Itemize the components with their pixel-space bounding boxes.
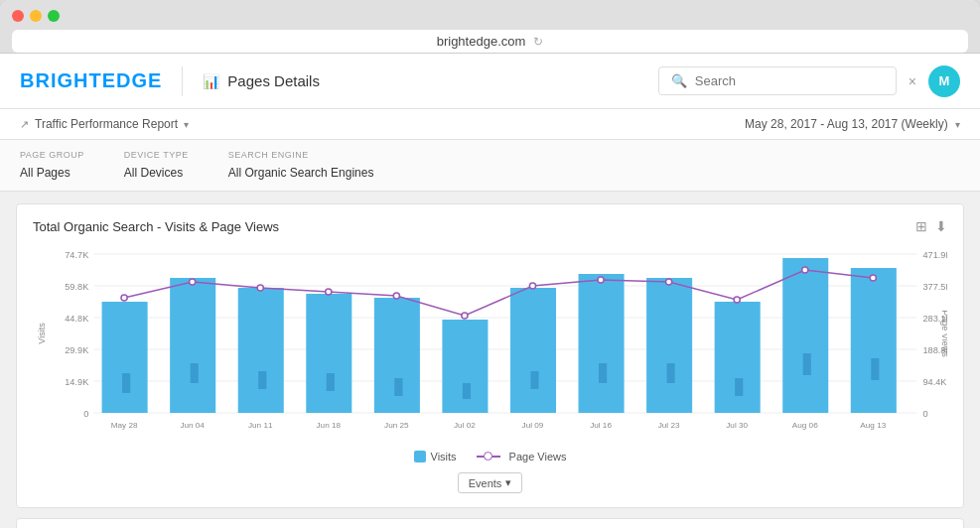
chart-card: Total Organic Search - Visits & Page Vie… bbox=[16, 203, 964, 508]
svg-point-65 bbox=[734, 297, 740, 303]
grid-icon[interactable]: ⊞ bbox=[915, 218, 927, 234]
svg-rect-44 bbox=[646, 278, 692, 413]
logo[interactable]: BRIGHTEDGE bbox=[20, 69, 162, 92]
svg-point-57 bbox=[190, 279, 196, 285]
svg-rect-42 bbox=[599, 363, 607, 383]
filter-page-group: PAGE GROUP All Pages bbox=[20, 150, 84, 181]
maximize-traffic-light[interactable] bbox=[48, 10, 60, 22]
chart-legend: Visits Page Views bbox=[33, 451, 947, 462]
stats-card: Reporting Period Aug 13, 2017 to Aug 19,… bbox=[16, 518, 964, 528]
svg-point-64 bbox=[666, 279, 672, 285]
svg-point-56 bbox=[121, 295, 127, 301]
filter-search-engine: SEARCH ENGINE All Organic Search Engines bbox=[228, 150, 374, 181]
legend-visits: Visits bbox=[414, 451, 457, 462]
svg-point-63 bbox=[598, 277, 604, 283]
legend-line bbox=[477, 456, 500, 458]
svg-rect-20 bbox=[102, 302, 148, 413]
url-text: brightedge.com bbox=[437, 34, 526, 49]
svg-point-60 bbox=[393, 293, 399, 299]
refresh-icon[interactable]: ↻ bbox=[533, 35, 543, 49]
address-bar: brightedge.com ↻ bbox=[12, 30, 968, 53]
browser-chrome: brightedge.com ↻ bbox=[0, 0, 980, 54]
svg-rect-53 bbox=[851, 268, 897, 413]
svg-rect-26 bbox=[238, 288, 284, 413]
search-input[interactable] bbox=[695, 73, 884, 88]
svg-point-62 bbox=[529, 283, 535, 289]
search-engine-value: All Organic Search Engines bbox=[228, 166, 374, 180]
pages-icon: 📊 bbox=[203, 73, 219, 89]
svg-rect-54 bbox=[871, 358, 879, 380]
header-left: BRIGHTEDGE 📊 Pages Details bbox=[20, 66, 320, 96]
svg-rect-48 bbox=[735, 378, 743, 396]
svg-text:Aug 13: Aug 13 bbox=[860, 421, 886, 430]
svg-text:Jul 23: Jul 23 bbox=[658, 421, 680, 430]
date-range[interactable]: May 28, 2017 - Aug 13, 2017 (Weekly) ▾ bbox=[745, 117, 960, 131]
filter-device-type: DEVICE TYPE All Devices bbox=[124, 150, 189, 181]
device-type-value: All Devices bbox=[124, 166, 183, 180]
svg-rect-47 bbox=[715, 302, 761, 413]
svg-text:Jun 11: Jun 11 bbox=[248, 421, 273, 430]
svg-text:0: 0 bbox=[922, 409, 927, 419]
svg-rect-30 bbox=[327, 373, 335, 391]
svg-text:Aug 06: Aug 06 bbox=[792, 421, 818, 430]
search-engine-label: SEARCH ENGINE bbox=[228, 150, 374, 160]
events-button[interactable]: Events ▾ bbox=[458, 472, 523, 493]
report-title-dropdown[interactable]: ↗ Traffic Performance Report ▾ bbox=[20, 117, 189, 131]
svg-text:74.7K: 74.7K bbox=[65, 250, 88, 260]
svg-text:Jun 18: Jun 18 bbox=[317, 421, 342, 430]
svg-text:May 28: May 28 bbox=[111, 421, 138, 430]
svg-rect-21 bbox=[122, 373, 130, 393]
legend-visits-label: Visits bbox=[431, 451, 457, 462]
svg-point-66 bbox=[802, 267, 808, 273]
svg-text:14.9K: 14.9K bbox=[65, 377, 88, 387]
svg-text:377.5K: 377.5K bbox=[922, 282, 947, 292]
svg-text:0: 0 bbox=[83, 409, 88, 419]
page-title-area: 📊 Pages Details bbox=[203, 72, 320, 89]
svg-point-61 bbox=[462, 313, 468, 319]
svg-rect-38 bbox=[510, 288, 556, 413]
svg-rect-33 bbox=[394, 378, 402, 396]
avatar[interactable]: M bbox=[928, 66, 960, 97]
svg-rect-27 bbox=[258, 371, 266, 389]
report-dropdown-icon: ▾ bbox=[184, 119, 189, 130]
svg-text:Jun 25: Jun 25 bbox=[384, 421, 409, 430]
svg-rect-36 bbox=[463, 383, 471, 399]
legend-page-views-label: Page Views bbox=[509, 451, 567, 462]
svg-text:59.8K: 59.8K bbox=[65, 282, 88, 292]
sub-header: ↗ Traffic Performance Report ▾ May 28, 2… bbox=[0, 109, 980, 140]
events-dropdown-icon: ▾ bbox=[505, 476, 511, 489]
svg-rect-41 bbox=[579, 274, 625, 413]
minimize-traffic-light[interactable] bbox=[30, 10, 42, 22]
svg-point-59 bbox=[326, 289, 332, 295]
svg-text:Jul 16: Jul 16 bbox=[590, 421, 612, 430]
svg-rect-50 bbox=[782, 258, 828, 413]
close-traffic-light[interactable] bbox=[12, 10, 24, 22]
close-icon[interactable]: × bbox=[909, 73, 916, 89]
svg-text:Visits: Visits bbox=[37, 323, 47, 344]
legend-page-views: Page Views bbox=[477, 451, 567, 462]
search-bar[interactable]: 🔍 bbox=[658, 66, 897, 95]
page-group-value: All Pages bbox=[20, 166, 70, 180]
svg-rect-23 bbox=[170, 278, 215, 413]
header-right: 🔍 × M bbox=[658, 66, 960, 97]
svg-text:94.4K: 94.4K bbox=[922, 377, 946, 387]
svg-text:Jun 04: Jun 04 bbox=[180, 421, 205, 430]
search-icon: 🔍 bbox=[671, 73, 687, 88]
traffic-lights bbox=[12, 10, 968, 22]
page-title: Pages Details bbox=[227, 72, 320, 89]
svg-point-58 bbox=[257, 285, 263, 291]
download-icon[interactable]: ⬇ bbox=[935, 218, 947, 234]
svg-text:44.8K: 44.8K bbox=[65, 314, 88, 324]
svg-text:Page Views: Page Views bbox=[940, 310, 947, 357]
main-content: Total Organic Search - Visits & Page Vie… bbox=[0, 192, 980, 528]
events-btn-row: Events ▾ bbox=[33, 472, 947, 493]
svg-rect-24 bbox=[191, 363, 199, 383]
svg-text:Jul 02: Jul 02 bbox=[454, 421, 476, 430]
svg-text:29.9K: 29.9K bbox=[65, 345, 88, 355]
report-title-text: Traffic Performance Report bbox=[35, 117, 178, 131]
legend-dot bbox=[484, 452, 492, 461]
chart-header: Total Organic Search - Visits & Page Vie… bbox=[33, 218, 947, 234]
svg-text:Jul 30: Jul 30 bbox=[726, 421, 748, 430]
chart-actions: ⊞ ⬇ bbox=[915, 218, 947, 234]
svg-rect-39 bbox=[530, 371, 538, 389]
